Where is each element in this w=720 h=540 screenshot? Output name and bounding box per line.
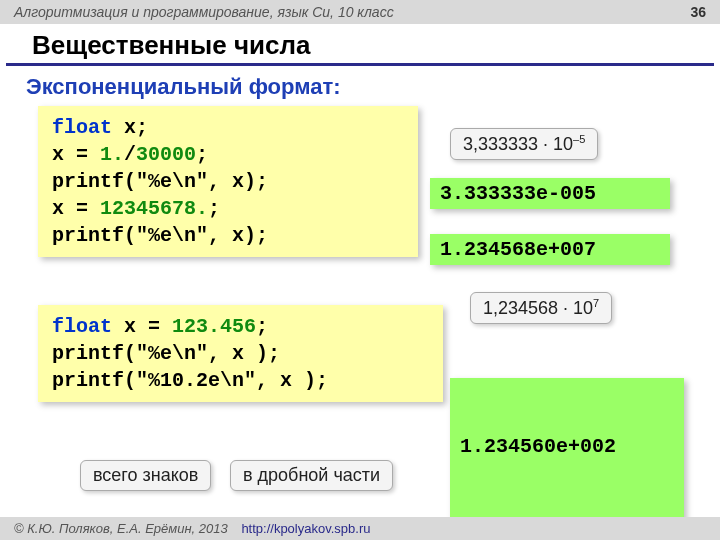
label-total-chars: всего знаков: [80, 460, 211, 491]
output-3: 1.234560e+002 1.23e+002: [450, 378, 684, 540]
top-bar: Алгоритмизация и программирование, язык …: [0, 0, 720, 24]
page-number: 36: [690, 4, 706, 20]
math-bubble-2: 1,234568 · 107: [470, 292, 612, 324]
code-block-1: float x; x = 1./30000; printf("%e\n", x)…: [38, 106, 418, 257]
label-decimal-part: в дробной части: [230, 460, 393, 491]
output-line: 1.234560e+002: [460, 434, 674, 460]
code-block-2: float x = 123.456; printf("%e\n", x ); p…: [38, 305, 443, 402]
code-text: x =: [52, 143, 100, 166]
code-text: ;: [196, 143, 208, 166]
bubble-text: 3,333333 · 10: [463, 134, 573, 154]
keyword: float: [52, 315, 112, 338]
exponent: 7: [593, 297, 599, 309]
number: 12345678.: [100, 197, 208, 220]
subtitle: Экспоненциальный формат:: [0, 66, 720, 106]
output-1: 3.333333e-005: [430, 178, 670, 209]
page-title: Вещественные числа: [6, 24, 714, 66]
code-text: ;: [256, 315, 268, 338]
copyright: © К.Ю. Поляков, Е.А. Ерёмин, 2013: [14, 521, 228, 536]
code-text: /: [124, 143, 136, 166]
code-text: x =: [52, 197, 100, 220]
code-text: printf("%e\n", x);: [52, 168, 404, 195]
exponent: –5: [573, 133, 585, 145]
code-text: x;: [112, 116, 148, 139]
code-text: x =: [112, 315, 172, 338]
footer: © К.Ю. Поляков, Е.А. Ерёмин, 2013 http:/…: [0, 517, 720, 540]
course-label: Алгоритмизация и программирование, язык …: [14, 4, 394, 20]
keyword: float: [52, 116, 112, 139]
code-text: printf("%e\n", x);: [52, 222, 404, 249]
code-text: printf("%10.2e\n", x );: [52, 367, 429, 394]
code-text: ;: [208, 197, 220, 220]
bubble-text: 1,234568 · 10: [483, 298, 593, 318]
code-text: printf("%e\n", x );: [52, 340, 429, 367]
footer-url: http://kpolyakov.spb.ru: [241, 521, 370, 536]
number: 30000: [136, 143, 196, 166]
number: 1.: [100, 143, 124, 166]
output-2: 1.234568e+007: [430, 234, 670, 265]
math-bubble-1: 3,333333 · 10–5: [450, 128, 598, 160]
number: 123.456: [172, 315, 256, 338]
